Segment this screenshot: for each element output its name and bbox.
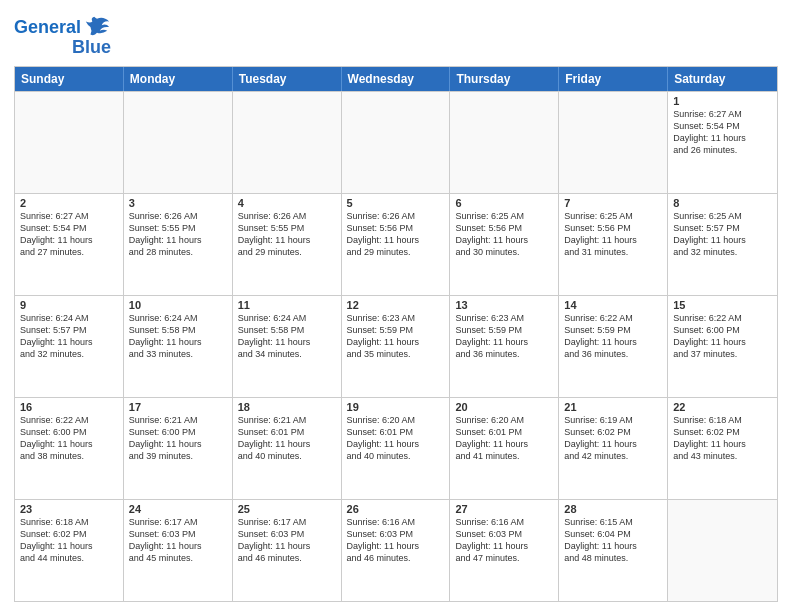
day-info: Sunrise: 6:23 AM Sunset: 5:59 PM Dayligh… bbox=[455, 312, 553, 361]
day-info: Sunrise: 6:15 AM Sunset: 6:04 PM Dayligh… bbox=[564, 516, 662, 565]
day-info: Sunrise: 6:18 AM Sunset: 6:02 PM Dayligh… bbox=[673, 414, 772, 463]
header-cell-sunday: Sunday bbox=[15, 67, 124, 91]
day-info: Sunrise: 6:21 AM Sunset: 6:00 PM Dayligh… bbox=[129, 414, 227, 463]
calendar-cell: 15Sunrise: 6:22 AM Sunset: 6:00 PM Dayli… bbox=[668, 296, 777, 397]
day-number: 9 bbox=[20, 299, 118, 311]
calendar-cell: 26Sunrise: 6:16 AM Sunset: 6:03 PM Dayli… bbox=[342, 500, 451, 601]
day-info: Sunrise: 6:21 AM Sunset: 6:01 PM Dayligh… bbox=[238, 414, 336, 463]
calendar-cell: 4Sunrise: 6:26 AM Sunset: 5:55 PM Daylig… bbox=[233, 194, 342, 295]
calendar-cell: 5Sunrise: 6:26 AM Sunset: 5:56 PM Daylig… bbox=[342, 194, 451, 295]
calendar-row-3: 16Sunrise: 6:22 AM Sunset: 6:00 PM Dayli… bbox=[15, 397, 777, 499]
calendar-cell: 25Sunrise: 6:17 AM Sunset: 6:03 PM Dayli… bbox=[233, 500, 342, 601]
calendar-cell: 12Sunrise: 6:23 AM Sunset: 5:59 PM Dayli… bbox=[342, 296, 451, 397]
calendar-cell: 10Sunrise: 6:24 AM Sunset: 5:58 PM Dayli… bbox=[124, 296, 233, 397]
day-number: 21 bbox=[564, 401, 662, 413]
calendar-cell: 21Sunrise: 6:19 AM Sunset: 6:02 PM Dayli… bbox=[559, 398, 668, 499]
day-number: 22 bbox=[673, 401, 772, 413]
day-info: Sunrise: 6:23 AM Sunset: 5:59 PM Dayligh… bbox=[347, 312, 445, 361]
day-info: Sunrise: 6:18 AM Sunset: 6:02 PM Dayligh… bbox=[20, 516, 118, 565]
day-number: 4 bbox=[238, 197, 336, 209]
header-cell-monday: Monday bbox=[124, 67, 233, 91]
calendar-cell: 22Sunrise: 6:18 AM Sunset: 6:02 PM Dayli… bbox=[668, 398, 777, 499]
day-number: 16 bbox=[20, 401, 118, 413]
day-info: Sunrise: 6:27 AM Sunset: 5:54 PM Dayligh… bbox=[673, 108, 772, 157]
day-info: Sunrise: 6:24 AM Sunset: 5:57 PM Dayligh… bbox=[20, 312, 118, 361]
day-number: 1 bbox=[673, 95, 772, 107]
day-number: 10 bbox=[129, 299, 227, 311]
day-info: Sunrise: 6:20 AM Sunset: 6:01 PM Dayligh… bbox=[347, 414, 445, 463]
day-number: 3 bbox=[129, 197, 227, 209]
day-number: 5 bbox=[347, 197, 445, 209]
calendar-cell: 17Sunrise: 6:21 AM Sunset: 6:00 PM Dayli… bbox=[124, 398, 233, 499]
calendar: SundayMondayTuesdayWednesdayThursdayFrid… bbox=[14, 66, 778, 602]
calendar-cell: 9Sunrise: 6:24 AM Sunset: 5:57 PM Daylig… bbox=[15, 296, 124, 397]
day-info: Sunrise: 6:25 AM Sunset: 5:57 PM Dayligh… bbox=[673, 210, 772, 259]
calendar-cell bbox=[233, 92, 342, 193]
day-number: 18 bbox=[238, 401, 336, 413]
calendar-cell bbox=[124, 92, 233, 193]
calendar-cell: 23Sunrise: 6:18 AM Sunset: 6:02 PM Dayli… bbox=[15, 500, 124, 601]
header-cell-thursday: Thursday bbox=[450, 67, 559, 91]
calendar-cell: 20Sunrise: 6:20 AM Sunset: 6:01 PM Dayli… bbox=[450, 398, 559, 499]
day-number: 13 bbox=[455, 299, 553, 311]
calendar-cell: 27Sunrise: 6:16 AM Sunset: 6:03 PM Dayli… bbox=[450, 500, 559, 601]
calendar-header: SundayMondayTuesdayWednesdayThursdayFrid… bbox=[15, 67, 777, 91]
calendar-cell bbox=[450, 92, 559, 193]
calendar-cell: 13Sunrise: 6:23 AM Sunset: 5:59 PM Dayli… bbox=[450, 296, 559, 397]
day-info: Sunrise: 6:22 AM Sunset: 5:59 PM Dayligh… bbox=[564, 312, 662, 361]
calendar-cell: 16Sunrise: 6:22 AM Sunset: 6:00 PM Dayli… bbox=[15, 398, 124, 499]
calendar-cell: 3Sunrise: 6:26 AM Sunset: 5:55 PM Daylig… bbox=[124, 194, 233, 295]
day-number: 14 bbox=[564, 299, 662, 311]
logo-text-blue: Blue bbox=[72, 38, 111, 58]
day-info: Sunrise: 6:16 AM Sunset: 6:03 PM Dayligh… bbox=[347, 516, 445, 565]
day-info: Sunrise: 6:24 AM Sunset: 5:58 PM Dayligh… bbox=[129, 312, 227, 361]
calendar-cell bbox=[342, 92, 451, 193]
day-info: Sunrise: 6:24 AM Sunset: 5:58 PM Dayligh… bbox=[238, 312, 336, 361]
day-number: 12 bbox=[347, 299, 445, 311]
calendar-cell: 28Sunrise: 6:15 AM Sunset: 6:04 PM Dayli… bbox=[559, 500, 668, 601]
day-number: 7 bbox=[564, 197, 662, 209]
day-info: Sunrise: 6:20 AM Sunset: 6:01 PM Dayligh… bbox=[455, 414, 553, 463]
day-number: 24 bbox=[129, 503, 227, 515]
logo: General Blue bbox=[14, 14, 111, 58]
calendar-cell bbox=[15, 92, 124, 193]
day-info: Sunrise: 6:16 AM Sunset: 6:03 PM Dayligh… bbox=[455, 516, 553, 565]
calendar-cell: 11Sunrise: 6:24 AM Sunset: 5:58 PM Dayli… bbox=[233, 296, 342, 397]
day-number: 20 bbox=[455, 401, 553, 413]
day-info: Sunrise: 6:17 AM Sunset: 6:03 PM Dayligh… bbox=[129, 516, 227, 565]
header: General Blue bbox=[14, 10, 778, 58]
calendar-row-0: 1Sunrise: 6:27 AM Sunset: 5:54 PM Daylig… bbox=[15, 91, 777, 193]
calendar-body: 1Sunrise: 6:27 AM Sunset: 5:54 PM Daylig… bbox=[15, 91, 777, 601]
day-number: 17 bbox=[129, 401, 227, 413]
day-info: Sunrise: 6:22 AM Sunset: 6:00 PM Dayligh… bbox=[673, 312, 772, 361]
header-cell-friday: Friday bbox=[559, 67, 668, 91]
calendar-cell: 2Sunrise: 6:27 AM Sunset: 5:54 PM Daylig… bbox=[15, 194, 124, 295]
day-number: 19 bbox=[347, 401, 445, 413]
calendar-cell bbox=[668, 500, 777, 601]
calendar-cell: 24Sunrise: 6:17 AM Sunset: 6:03 PM Dayli… bbox=[124, 500, 233, 601]
day-info: Sunrise: 6:26 AM Sunset: 5:56 PM Dayligh… bbox=[347, 210, 445, 259]
calendar-row-2: 9Sunrise: 6:24 AM Sunset: 5:57 PM Daylig… bbox=[15, 295, 777, 397]
day-number: 2 bbox=[20, 197, 118, 209]
logo-text-general: General bbox=[14, 18, 81, 38]
day-number: 25 bbox=[238, 503, 336, 515]
day-info: Sunrise: 6:25 AM Sunset: 5:56 PM Dayligh… bbox=[564, 210, 662, 259]
day-number: 27 bbox=[455, 503, 553, 515]
page: General Blue SundayMondayTuesdayWednesda… bbox=[0, 0, 792, 612]
day-number: 23 bbox=[20, 503, 118, 515]
header-cell-tuesday: Tuesday bbox=[233, 67, 342, 91]
day-number: 8 bbox=[673, 197, 772, 209]
calendar-cell bbox=[559, 92, 668, 193]
day-number: 6 bbox=[455, 197, 553, 209]
calendar-cell: 14Sunrise: 6:22 AM Sunset: 5:59 PM Dayli… bbox=[559, 296, 668, 397]
day-info: Sunrise: 6:25 AM Sunset: 5:56 PM Dayligh… bbox=[455, 210, 553, 259]
day-number: 15 bbox=[673, 299, 772, 311]
calendar-cell: 7Sunrise: 6:25 AM Sunset: 5:56 PM Daylig… bbox=[559, 194, 668, 295]
header-cell-wednesday: Wednesday bbox=[342, 67, 451, 91]
calendar-cell: 18Sunrise: 6:21 AM Sunset: 6:01 PM Dayli… bbox=[233, 398, 342, 499]
day-info: Sunrise: 6:22 AM Sunset: 6:00 PM Dayligh… bbox=[20, 414, 118, 463]
calendar-cell: 19Sunrise: 6:20 AM Sunset: 6:01 PM Dayli… bbox=[342, 398, 451, 499]
day-info: Sunrise: 6:26 AM Sunset: 5:55 PM Dayligh… bbox=[129, 210, 227, 259]
calendar-cell: 8Sunrise: 6:25 AM Sunset: 5:57 PM Daylig… bbox=[668, 194, 777, 295]
header-cell-saturday: Saturday bbox=[668, 67, 777, 91]
